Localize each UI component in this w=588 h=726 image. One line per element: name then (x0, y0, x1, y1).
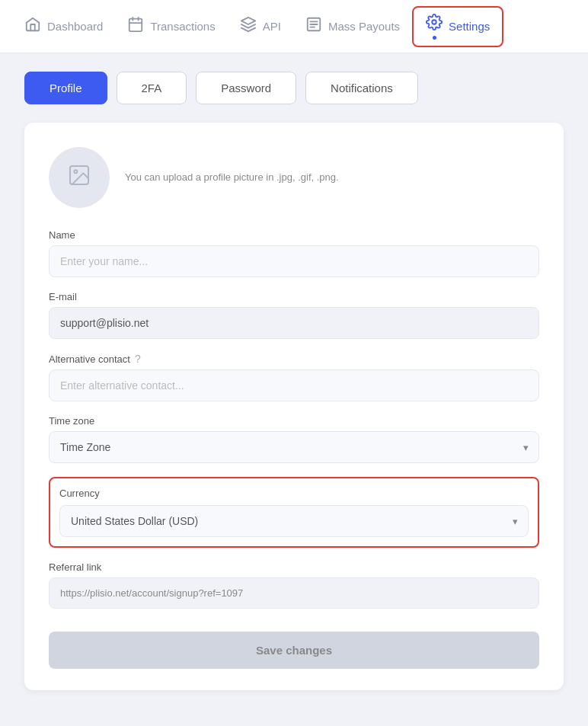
nav-item-settings[interactable]: Settings (412, 6, 503, 47)
timezone-select-wrapper: Time Zone ▾ (49, 431, 539, 463)
main-content: Profile 2FA Password Notifications You c… (0, 53, 588, 708)
currency-label: Currency (59, 488, 529, 499)
avatar-section: You can upload a profile picture in .jpg… (49, 147, 539, 208)
alt-contact-group: Alternative contact ? (49, 353, 539, 401)
svg-point-10 (74, 170, 77, 173)
settings-dot-wrapper (426, 14, 443, 40)
avatar-hint-text: You can upload a profile picture in .jpg… (125, 170, 339, 185)
email-input[interactable] (49, 307, 539, 339)
timezone-select[interactable]: Time Zone (49, 431, 539, 463)
currency-select-wrapper: United States Dollar (USD) ▾ (59, 505, 529, 537)
nav-label-mass-payouts: Mass Payouts (328, 20, 400, 33)
avatar-placeholder[interactable] (49, 147, 110, 208)
tab-profile[interactable]: Profile (24, 72, 107, 104)
referral-label: Referral link (49, 561, 539, 573)
timezone-label: Time zone (49, 415, 539, 427)
alt-contact-input[interactable] (49, 369, 539, 401)
tabs-bar: Profile 2FA Password Notifications (24, 72, 564, 104)
transactions-icon (127, 16, 144, 37)
tab-2fa[interactable]: 2FA (117, 72, 187, 104)
currency-group: Currency United States Dollar (USD) ▾ (49, 477, 539, 548)
email-group: E-mail (49, 291, 539, 339)
mass-payouts-icon (305, 16, 322, 37)
nav-label-api: API (263, 20, 281, 33)
svg-rect-0 (129, 19, 142, 31)
referral-input[interactable] (49, 577, 539, 609)
settings-icon (426, 14, 443, 34)
nav-label-settings: Settings (449, 20, 490, 33)
save-button[interactable]: Save changes (49, 632, 539, 669)
nav-item-transactions[interactable]: Transactions (115, 10, 227, 43)
nav-label-dashboard: Dashboard (47, 20, 103, 33)
image-icon (67, 163, 91, 193)
currency-select[interactable]: United States Dollar (USD) (59, 505, 529, 537)
nav-item-dashboard[interactable]: Dashboard (12, 10, 115, 43)
tab-password[interactable]: Password (196, 72, 296, 104)
profile-card: You can upload a profile picture in .jpg… (24, 123, 564, 690)
alt-contact-label: Alternative contact ? (49, 353, 539, 365)
dashboard-icon (24, 16, 41, 37)
svg-point-8 (432, 20, 436, 24)
notification-dot (433, 36, 436, 40)
api-icon (240, 16, 257, 37)
nav-label-transactions: Transactions (150, 20, 215, 33)
tab-notifications[interactable]: Notifications (305, 72, 418, 104)
help-icon[interactable]: ? (135, 353, 141, 365)
name-input[interactable] (49, 245, 539, 277)
nav-item-mass-payouts[interactable]: Mass Payouts (293, 10, 412, 43)
timezone-group: Time zone Time Zone ▾ (49, 415, 539, 463)
referral-group: Referral link (49, 561, 539, 609)
nav-item-api[interactable]: API (228, 10, 293, 43)
top-nav: Dashboard Transactions API (0, 0, 588, 53)
email-label: E-mail (49, 291, 539, 302)
name-group: Name (49, 229, 539, 277)
name-label: Name (49, 229, 539, 241)
